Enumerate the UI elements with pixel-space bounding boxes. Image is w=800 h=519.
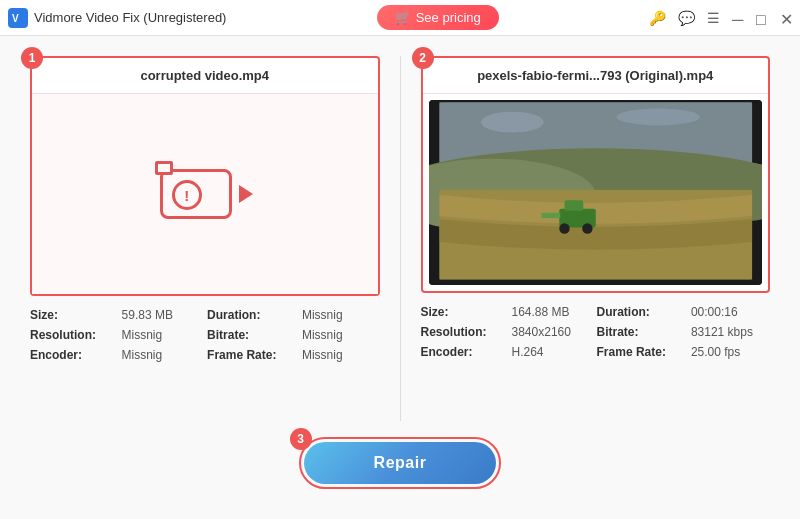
left-info-grid: Size: 59.83 MB Duration: Missnig Resolut… bbox=[30, 308, 380, 362]
svg-point-14 bbox=[481, 112, 544, 133]
svg-point-12 bbox=[582, 223, 592, 233]
title-bar-left: V Vidmore Video Fix (Unregistered) bbox=[8, 8, 226, 28]
right-encoder-label: Encoder: bbox=[421, 345, 504, 359]
bottom-area: 3 Repair bbox=[30, 421, 770, 499]
repair-button-wrapper: 3 Repair bbox=[299, 437, 502, 489]
right-encoder-value: H.264 bbox=[512, 345, 589, 359]
right-size-label: Size: bbox=[421, 305, 504, 319]
vertical-divider bbox=[400, 56, 401, 421]
left-resolution-value: Missnig bbox=[122, 328, 200, 342]
right-bitrate-label: Bitrate: bbox=[597, 325, 683, 339]
corrupted-video-content: ! bbox=[32, 94, 378, 294]
right-duration-value: 00:00:16 bbox=[691, 305, 770, 319]
right-duration-label: Duration: bbox=[597, 305, 683, 319]
video-thumbnail bbox=[429, 100, 763, 285]
repair-button[interactable]: Repair bbox=[304, 442, 497, 484]
left-bitrate-label: Bitrate: bbox=[207, 328, 294, 342]
app-title: Vidmore Video Fix (Unregistered) bbox=[34, 10, 226, 25]
title-bar: V Vidmore Video Fix (Unregistered) 🛒 See… bbox=[0, 0, 800, 36]
panels-row: 1 corrupted video.mp4 ! bbox=[30, 56, 770, 421]
corrupted-video-box: 1 corrupted video.mp4 ! bbox=[30, 56, 380, 296]
right-resolution-label: Resolution: bbox=[421, 325, 504, 339]
exclamation-icon: ! bbox=[184, 187, 189, 204]
camera-viewfinder bbox=[155, 161, 173, 175]
left-bitrate-value: Missnig bbox=[302, 328, 380, 342]
right-resolution-value: 3840x2160 bbox=[512, 325, 589, 339]
svg-rect-10 bbox=[564, 200, 583, 210]
key-icon[interactable]: 🔑 bbox=[649, 10, 666, 26]
right-framerate-label: Frame Rate: bbox=[597, 345, 683, 359]
main-content: 1 corrupted video.mp4 ! bbox=[0, 36, 800, 519]
right-size-value: 164.88 MB bbox=[512, 305, 589, 319]
left-framerate-value: Missnig bbox=[302, 348, 380, 362]
left-size-value: 59.83 MB bbox=[122, 308, 200, 322]
svg-rect-13 bbox=[541, 213, 560, 218]
pricing-label: See pricing bbox=[416, 10, 481, 25]
pricing-button-wrapper: 🛒 See pricing bbox=[377, 5, 499, 30]
left-resolution-label: Resolution: bbox=[30, 328, 114, 342]
original-video-box: 2 pexels-fabio-fermi...793 (Original).mp… bbox=[421, 56, 771, 293]
pricing-button[interactable]: 🛒 See pricing bbox=[377, 5, 499, 30]
left-duration-label: Duration: bbox=[207, 308, 294, 322]
left-encoder-label: Encoder: bbox=[30, 348, 114, 362]
svg-point-11 bbox=[559, 223, 569, 233]
error-camera-icon: ! bbox=[155, 159, 255, 229]
right-panel: 2 pexels-fabio-fermi...793 (Original).mp… bbox=[421, 56, 771, 359]
landscape-scene bbox=[429, 100, 763, 285]
corrupted-video-title: corrupted video.mp4 bbox=[32, 58, 378, 94]
chat-icon[interactable]: 💬 bbox=[678, 10, 695, 26]
left-duration-value: Missnig bbox=[302, 308, 380, 322]
badge-1: 1 bbox=[21, 47, 43, 69]
left-encoder-value: Missnig bbox=[122, 348, 200, 362]
badge-2: 2 bbox=[412, 47, 434, 69]
minimize-button[interactable]: ─ bbox=[732, 12, 744, 24]
left-panel: 1 corrupted video.mp4 ! bbox=[30, 56, 380, 362]
original-video-title: pexels-fabio-fermi...793 (Original).mp4 bbox=[423, 58, 769, 94]
badge-3: 3 bbox=[290, 428, 312, 450]
cart-icon: 🛒 bbox=[395, 10, 411, 25]
camera-side-lens bbox=[239, 185, 253, 203]
title-bar-right: 🔑 💬 ☰ ─ □ ✕ bbox=[649, 10, 792, 26]
right-bitrate-value: 83121 kbps bbox=[691, 325, 770, 339]
right-info-grid: Size: 164.88 MB Duration: 00:00:16 Resol… bbox=[421, 305, 771, 359]
close-button[interactable]: ✕ bbox=[780, 12, 792, 24]
left-framerate-label: Frame Rate: bbox=[207, 348, 294, 362]
svg-text:V: V bbox=[12, 13, 19, 24]
camera-lens: ! bbox=[172, 180, 202, 210]
app-icon: V bbox=[8, 8, 28, 28]
svg-point-15 bbox=[616, 109, 699, 126]
right-framerate-value: 25.00 fps bbox=[691, 345, 770, 359]
menu-icon[interactable]: ☰ bbox=[707, 10, 720, 26]
left-size-label: Size: bbox=[30, 308, 114, 322]
maximize-button[interactable]: □ bbox=[756, 12, 768, 24]
